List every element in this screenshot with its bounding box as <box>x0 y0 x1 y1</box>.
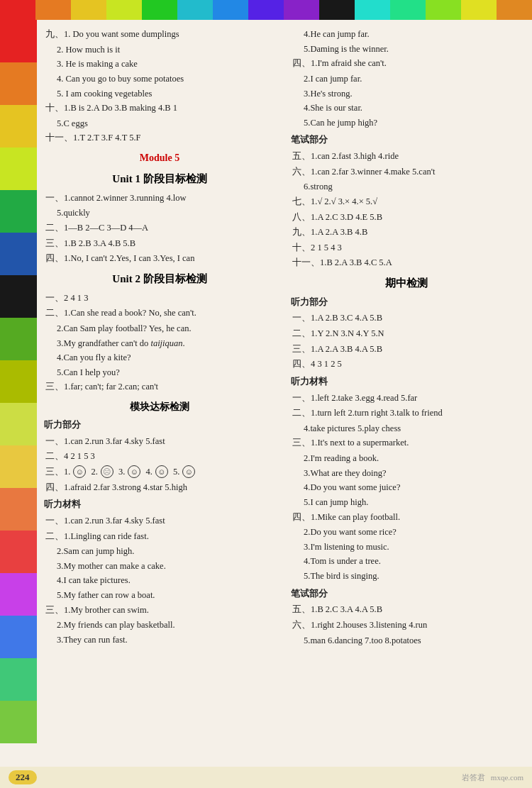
u1-item1-5: 5.quickly <box>57 206 277 221</box>
r-bs11: 十一、1.B 2.A 3.B 4.C 5.A <box>292 255 523 270</box>
r-tlm3: 三、1.It's next to a supermarket. <box>292 435 523 450</box>
stripe-11 <box>355 0 390 20</box>
r-bs8: 八、1.A 2.C 3.D 4.E 5.B <box>292 210 523 225</box>
r-tingli-title: 听力部分 <box>291 295 523 310</box>
item-9-2: 2. How much is it <box>57 43 277 57</box>
mokuai-title: 模块达标检测 <box>43 399 277 415</box>
u2-item2-3: 3.My grandfather can't do taijiquan. <box>57 336 277 351</box>
r-tlm3-2: 2.I'm reading a book. <box>304 451 523 466</box>
r-tlm4-5: 5.The bird is singing. <box>304 569 523 584</box>
stripe-9 <box>284 0 319 20</box>
r-si4-3: 3.He's strong. <box>304 87 523 101</box>
tlwc-item2-3: 3.My mother can make a cake. <box>57 559 277 574</box>
r-bishi-title: 笔试部分 <box>291 587 523 601</box>
left-tab-16 <box>0 658 37 701</box>
left-column: 九、1. Do you want some dumplings 2. How m… <box>40 21 279 767</box>
left-tab-7 <box>0 275 37 318</box>
stripe-12 <box>390 0 426 20</box>
r-tl1: 一、1.A 2.B 3.C 4.A 5.B <box>292 311 523 326</box>
bottom-bar: 224 岩答君 mxqe.com <box>0 767 532 788</box>
u2-item2-5: 5.Can I help you? <box>57 365 277 380</box>
stripe-4 <box>106 0 142 20</box>
r-bs6-6: 6.strong <box>304 179 523 194</box>
r-tlm4: 四、1.Mike can play football. <box>292 510 523 525</box>
r-bs-6-5: 5.man 6.dancing 7.too 8.potatoes <box>304 633 523 648</box>
u2-item3: 三、1.far; can't; far 2.can; can't <box>45 379 277 394</box>
tlwc-item2: 二、1.Lingling can ride fast. <box>45 529 277 544</box>
page-number: 224 <box>9 770 37 784</box>
u2-item2-2: 2.Can Sam play football? Yes, he can. <box>57 321 277 336</box>
tlwc-item2-5: 5.My father can row a boat. <box>57 588 277 603</box>
r-tlm1: 一、1.left 2.take 3.egg 4.read 5.far <box>292 391 523 406</box>
r-bs9: 九、1.A 2.A 3.B 4.B <box>292 225 523 240</box>
tlwc-item3-3: 3.They can run fast. <box>57 633 277 648</box>
item-9-5: 5. I am cooking vegetables <box>57 87 277 101</box>
r-tlm4-3: 3.I'm listening to music. <box>304 540 523 555</box>
r-bs6: 六、1.can 2.far 3.winner 4.make 5.can't <box>292 165 523 179</box>
r-tlm3-4: 4.Do you want some juice? <box>304 480 523 495</box>
mkd-item1: 一、1.can 2.run 3.far 4.sky 5.fast <box>45 434 277 449</box>
r-si4-2: 2.I can jump far. <box>304 72 523 87</box>
stripe-10 <box>319 0 355 20</box>
r-item-5: 5.Daming is the winner. <box>304 42 523 57</box>
r-tl3: 三、1.A 2.A 3.B 4.A 5.B <box>292 342 523 357</box>
left-tab-11 <box>0 445 37 488</box>
qizhong-title: 期中检测 <box>289 274 523 292</box>
r-item-4: 4.He can jump far. <box>304 27 523 42</box>
tinglibufen-title: 听力部分 <box>44 418 277 433</box>
u2-item2-4: 4.Can you fly a kite? <box>57 350 277 365</box>
item-10: 十、1.B is 2.A Do 3.B making 4.B 1 <box>45 101 277 116</box>
main-content: 九、1. Do you want some dumplings 2. How m… <box>40 21 526 767</box>
r-tlm3-5: 5.I can jump high. <box>304 495 523 510</box>
r-tlm4-2: 2.Do you want some rice? <box>304 525 523 540</box>
r-si4: 四、1.I'm afraid she can't. <box>292 56 523 71</box>
r-tl4: 四、4 3 1 2 5 <box>292 357 523 372</box>
smiley-4: ☺ <box>155 465 168 478</box>
stripe-15 <box>497 0 532 20</box>
r-tlm2-4: 4.take pictures 5.play chess <box>304 421 523 436</box>
left-tab-3 <box>0 105 37 148</box>
mkd-item2: 二、4 2 1 5 3 <box>45 449 277 464</box>
stripe-2 <box>35 0 71 20</box>
tlwc-item1: 一、1.can 2.run 3.far 4.sky 5.fast <box>45 514 277 528</box>
left-tab-15 <box>0 616 37 658</box>
r-bs5: 五、1.can 2.fast 3.high 4.ride <box>292 149 523 164</box>
r-bs10: 十、2 1 5 4 3 <box>292 240 523 255</box>
u1-item1: 一、1.cannot 2.winner 3.running 4.low <box>45 191 277 206</box>
r-si4-4: 4.She is our star. <box>304 101 523 116</box>
r-tlm4-4: 4.Tom is under a tree. <box>304 554 523 569</box>
r-si4-5: 5.Can he jump high? <box>304 116 523 131</box>
item-9-4: 4. Can you go to buy some potatoes <box>57 72 277 87</box>
left-tab-17 <box>0 701 37 743</box>
r-tlm3-3: 3.What are they doing? <box>304 466 523 481</box>
mkd-item4: 四、1.afraid 2.far 3.strong 4.star 5.high <box>45 480 277 495</box>
left-tab-8 <box>0 318 37 360</box>
u2-item1: 一、2 4 1 3 <box>45 291 277 306</box>
u1-item2: 二、1—B 2—C 3—D 4—A <box>45 221 277 235</box>
mkd-item3: 三、1.☺ 2.☹ 3.☺ 4.☺ 5.☺ <box>45 465 277 479</box>
left-tab-6 <box>0 233 37 275</box>
tlwc-item3: 三、1.My brother can swim. <box>45 603 277 618</box>
left-tab-14 <box>0 573 37 616</box>
left-tab-12 <box>0 488 37 531</box>
stripe-14 <box>461 0 497 20</box>
r-bs-5: 五、1.B 2.C 3.A 4.A 5.B <box>292 602 523 617</box>
item-10-5: 5.C eggs <box>57 116 277 131</box>
tlwc-item2-2: 2.Sam can jump high. <box>57 544 277 559</box>
item-9: 九、1. Do you want some dumplings <box>45 27 277 42</box>
r-tl2: 二、1.Y 2.N 3.N 4.Y 5.N <box>292 326 523 341</box>
item-9-3: 3. He is making a cake <box>57 57 277 72</box>
smiley-5: ☺ <box>182 465 195 478</box>
r-tlm2: 二、1.turn left 2.turn right 3.talk to fri… <box>292 406 523 421</box>
smiley-2: ☹ <box>101 465 113 478</box>
module5-title: Module 5 <box>43 150 277 166</box>
stripe-7 <box>213 0 248 20</box>
smiley-1: ☺ <box>73 465 86 478</box>
left-tab-13 <box>0 531 37 573</box>
tlwc-item2-4: 4.I can take pictures. <box>57 573 277 588</box>
left-tab-4 <box>0 148 37 190</box>
left-tab-1 <box>0 20 37 62</box>
watermark: 岩答君 mxqe.com <box>462 772 523 783</box>
stripe-3 <box>71 0 106 20</box>
stripe-6 <box>177 0 213 20</box>
